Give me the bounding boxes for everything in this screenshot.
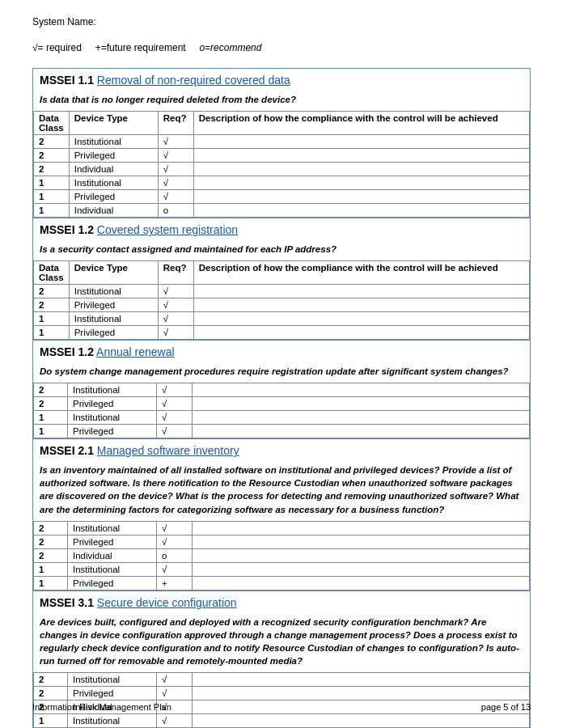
cell-req: o [157,548,193,562]
cell-data-class: 2 [34,687,68,700]
section-table: DataClassDevice TypeReq?Description of h… [33,111,530,218]
cell-data-class: 2 [34,135,70,149]
cell-desc [193,521,530,535]
cell-desc [193,687,530,700]
cell-data-class: 1 [34,576,68,590]
section-question: Do system change management procedures r… [33,362,530,383]
cell-device-type: Institutional [68,673,157,687]
cell-req: √ [157,383,193,397]
cell-req: √ [158,285,193,298]
section-title-link[interactable]: Annual renewal [96,345,175,358]
cell-data-class: 1 [34,411,68,425]
sections-container: MSSEI 1.1 Removal of non-required covere… [32,68,531,728]
section-title-link[interactable]: Managed software inventory [97,444,239,457]
cell-data-class: 2 [34,285,70,298]
table-row: 1Institutional√ [34,312,530,326]
cell-req: √ [157,562,193,576]
cell-device-type: Privileged [69,190,158,204]
cell-device-type: Privileged [69,326,158,340]
section-title-link[interactable]: Secure device configuration [97,596,237,609]
cell-device-type: Privileged [69,149,158,163]
cell-desc [193,535,530,548]
section-prefix: MSSEI 1.2 [40,345,96,358]
table-row: 2Privileged√ [34,149,530,163]
table-header-3: Description of how the compliance with t… [193,112,529,135]
cell-desc [193,397,530,411]
cell-desc [193,383,530,397]
table-row: 1Institutional√ [34,176,530,190]
section-header-mssei-3-1: MSSEI 3.1 Secure device configuration [33,591,530,612]
section-title-link[interactable]: Removal of non-required covered data [97,74,290,87]
cell-desc [193,411,530,425]
section-prefix: MSSEI 1.2 [40,223,97,236]
table-header-0: DataClass [34,261,70,285]
cell-desc [193,135,529,149]
table-header-1: Device Type [69,261,158,285]
system-name-label: System Name: [32,16,531,28]
cell-req: √ [158,312,193,326]
cell-data-class: 2 [34,535,68,548]
section-question: Is data that is no longer required delet… [33,90,530,111]
cell-device-type: Individual [69,204,158,218]
table-row: 1Institutional√ [34,411,530,425]
legend-required: √= required [32,42,82,53]
table-row: 2Institutional√ [34,673,530,687]
section-table: 2Institutional√2Privileged√2Individualo1… [33,521,530,590]
section-prefix: MSSEI 1.1 [40,74,97,87]
cell-req: √ [157,521,193,535]
section-header-mssei-2-1: MSSEI 2.1 Managed software inventory [33,439,530,460]
section-table: DataClassDevice TypeReq?Description of h… [33,260,530,340]
cell-data-class: 1 [34,562,68,576]
cell-req: + [157,576,193,590]
legend: √= required +=future requirement o=recom… [32,42,531,53]
cell-req: √ [157,714,193,728]
cell-desc [193,163,529,176]
section-mssei-1-2-covered: MSSEI 1.2 Covered system registrationIs … [32,218,531,341]
table-row: 2Privileged√ [34,687,530,700]
cell-device-type: Individual [68,548,157,562]
cell-data-class: 1 [34,312,70,326]
table-row: 1Privileged√ [34,190,530,204]
system-name-text: System Name: [32,16,96,28]
cell-req: √ [157,673,193,687]
cell-desc [193,326,529,340]
table-row: 1Privileged√ [34,425,530,438]
section-title-link[interactable]: Covered system registration [97,223,238,236]
section-mssei-1-1: MSSEI 1.1 Removal of non-required covere… [32,68,531,218]
table-row: 1Institutional√ [34,714,530,728]
cell-device-type: Institutional [68,521,157,535]
cell-data-class: 1 [34,714,68,728]
cell-req: √ [158,326,193,340]
cell-desc [193,312,529,326]
section-table: 2Institutional√2Privileged√2Individual√1… [33,672,530,728]
cell-req: √ [158,135,193,149]
table-row: 2Individual√ [34,163,530,176]
cell-desc [193,176,529,190]
section-question: Are devices built, configured and deploy… [33,612,530,672]
cell-req: √ [157,397,193,411]
cell-device-type: Institutional [68,562,157,576]
section-prefix: MSSEI 2.1 [40,444,97,457]
section-question: Is a security contact assigned and maint… [33,239,530,260]
cell-data-class: 2 [34,163,70,176]
cell-data-class: 2 [34,298,70,312]
section-header-mssei-1-2-covered: MSSEI 1.2 Covered system registration [33,218,530,239]
table-row: 1Privileged√ [34,326,530,340]
table-row: 1Institutional√ [34,562,530,576]
cell-device-type: Privileged [68,535,157,548]
cell-req: √ [158,176,193,190]
cell-data-class: 1 [34,425,68,438]
section-header-mssei-1-1: MSSEI 1.1 Removal of non-required covere… [33,69,530,90]
cell-data-class: 2 [34,397,68,411]
table-header-0: DataClass [34,112,70,135]
section-table: 2Institutional√2Privileged√1Institutiona… [33,383,530,438]
cell-desc [193,673,530,687]
table-row: 2Institutional√ [34,285,530,298]
cell-desc [193,204,529,218]
cell-data-class: 1 [34,326,70,340]
cell-desc [193,562,530,576]
cell-device-type: Privileged [68,397,157,411]
cell-device-type: Institutional [68,383,157,397]
cell-desc [193,548,530,562]
cell-data-class: 2 [34,383,68,397]
